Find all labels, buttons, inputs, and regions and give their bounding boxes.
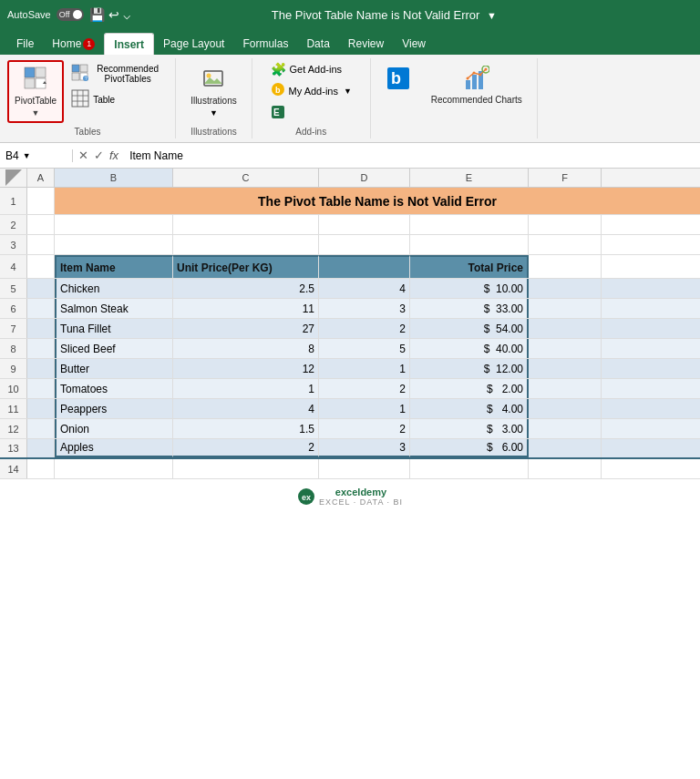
cell-c2[interactable] <box>173 215 319 234</box>
col-header-f[interactable]: F <box>529 169 602 187</box>
redo-icon[interactable]: ⌵ <box>123 7 130 22</box>
cell-c13[interactable]: 2 <box>173 439 319 457</box>
cell-a5[interactable] <box>27 279 55 298</box>
cell-d2[interactable] <box>319 215 410 234</box>
cell-e13[interactable]: $ 6.00 <box>410 439 529 457</box>
pivottable-button[interactable]: PivotTable ▼ <box>7 60 64 123</box>
row-num-4[interactable]: 4 <box>0 255 27 278</box>
recommended-pivottables-button[interactable]: ? Recommended PivotTables <box>67 62 168 86</box>
cell-b2[interactable] <box>55 215 173 234</box>
row-num-13[interactable]: 13 <box>0 439 27 457</box>
row-num-12[interactable]: 12 <box>0 419 27 438</box>
cell-a10[interactable] <box>27 379 55 398</box>
row-num-7[interactable]: 7 <box>0 319 27 338</box>
cell-e7[interactable]: $ 54.00 <box>410 319 529 338</box>
my-addins-button[interactable]: b My Add-ins ▼ <box>265 80 357 101</box>
cell-b6[interactable]: Salmon Steak <box>55 299 173 318</box>
cell-f12[interactable] <box>529 419 602 438</box>
cell-a8[interactable] <box>27 339 55 358</box>
cell-b7[interactable]: Tuna Fillet <box>55 319 173 338</box>
cell-d5[interactable]: 4 <box>319 279 410 298</box>
cell-d7[interactable]: 2 <box>319 319 410 338</box>
title-merged-cell[interactable]: The Pivot Table Name is Not Valid Error <box>55 188 700 214</box>
tab-page-layout[interactable]: Page Layout <box>154 33 233 55</box>
cell-f4[interactable] <box>529 255 602 278</box>
insert-function-icon[interactable]: fx <box>109 149 118 162</box>
cell-c4[interactable]: Unit Price(Per KG) <box>173 255 319 278</box>
col-header-c[interactable]: C <box>173 169 319 187</box>
tab-review[interactable]: Review <box>339 33 393 55</box>
cell-f2[interactable] <box>529 215 602 234</box>
row-num-6[interactable]: 6 <box>0 299 27 318</box>
cell-d6[interactable]: 3 <box>319 299 410 318</box>
tab-insert[interactable]: Insert <box>104 33 154 55</box>
undo-icon[interactable]: ↩ <box>108 7 119 22</box>
row-num-14[interactable]: 14 <box>0 459 27 478</box>
cell-e4[interactable]: Total Price <box>410 255 529 278</box>
col-header-a[interactable]: A <box>27 169 55 187</box>
cell-d12[interactable]: 2 <box>319 419 410 438</box>
row-num-8[interactable]: 8 <box>0 339 27 358</box>
cell-b9[interactable]: Butter <box>55 359 173 378</box>
autosave-toggle[interactable]: Off <box>57 8 84 21</box>
cell-a1[interactable] <box>27 188 55 214</box>
title-dropdown-icon[interactable]: ▼ <box>487 10 497 21</box>
cell-c5[interactable]: 2.5 <box>173 279 319 298</box>
cell-c9[interactable]: 12 <box>173 359 319 378</box>
cell-b13[interactable]: Apples <box>55 439 173 457</box>
cell-e5[interactable]: $ 10.00 <box>410 279 529 298</box>
cell-b3[interactable] <box>55 235 173 254</box>
confirm-formula-icon[interactable]: ✓ <box>94 149 104 162</box>
cell-a14[interactable] <box>27 459 55 478</box>
col-header-e[interactable]: E <box>410 169 529 187</box>
illustrations-button[interactable]: Illustrations ▼ <box>183 60 244 123</box>
cell-a13[interactable] <box>27 439 55 457</box>
cell-c12[interactable]: 1.5 <box>173 419 319 438</box>
cell-b14[interactable] <box>55 459 173 478</box>
tab-home[interactable]: Home 1 <box>43 33 104 55</box>
cell-reference-box[interactable]: B4 ▼ <box>0 149 73 162</box>
cell-f5[interactable] <box>529 279 602 298</box>
tab-formulas[interactable]: Formulas <box>233 33 297 55</box>
cell-e6[interactable]: $ 33.00 <box>410 299 529 318</box>
cell-a9[interactable] <box>27 359 55 378</box>
cell-d8[interactable]: 5 <box>319 339 410 358</box>
row-num-10[interactable]: 10 <box>0 379 27 398</box>
cell-b4[interactable]: Item Name <box>55 255 173 278</box>
recommended-charts-button[interactable]: Recommended Charts <box>424 60 530 111</box>
cell-b8[interactable]: Sliced Beef <box>55 339 173 358</box>
cell-f3[interactable] <box>529 235 602 254</box>
cell-f8[interactable] <box>529 339 602 358</box>
cell-b10[interactable]: Tomatoes <box>55 379 173 398</box>
save-icon[interactable]: 💾 <box>89 7 105 22</box>
cell-f13[interactable] <box>529 439 602 457</box>
cell-d13[interactable]: 3 <box>319 439 410 457</box>
cell-e9[interactable]: $ 12.00 <box>410 359 529 378</box>
cancel-formula-icon[interactable]: ✕ <box>78 149 88 162</box>
cell-c14[interactable] <box>173 459 319 478</box>
cell-d14[interactable] <box>319 459 410 478</box>
cell-f10[interactable] <box>529 379 602 398</box>
cell-e2[interactable] <box>410 215 529 234</box>
col-header-b[interactable]: B <box>55 169 173 187</box>
cell-c3[interactable] <box>173 235 319 254</box>
row-num-9[interactable]: 9 <box>0 359 27 378</box>
cell-c8[interactable]: 8 <box>173 339 319 358</box>
cell-a2[interactable] <box>27 215 55 234</box>
col-header-d[interactable]: D <box>319 169 410 187</box>
cell-a3[interactable] <box>27 235 55 254</box>
cell-d10[interactable]: 2 <box>319 379 410 398</box>
cell-e8[interactable]: $ 40.00 <box>410 339 529 358</box>
tab-view[interactable]: View <box>393 33 435 55</box>
cell-e14[interactable] <box>410 459 529 478</box>
cell-f7[interactable] <box>529 319 602 338</box>
cell-a7[interactable] <box>27 319 55 338</box>
cell-f14[interactable] <box>529 459 602 478</box>
cell-c10[interactable]: 1 <box>173 379 319 398</box>
cell-a11[interactable] <box>27 399 55 418</box>
cell-f11[interactable] <box>529 399 602 418</box>
row-num-3[interactable]: 3 <box>0 235 27 254</box>
get-addins-button[interactable]: 🧩 Get Add-ins <box>265 60 347 78</box>
cell-e10[interactable]: $ 2.00 <box>410 379 529 398</box>
cell-f9[interactable] <box>529 359 602 378</box>
